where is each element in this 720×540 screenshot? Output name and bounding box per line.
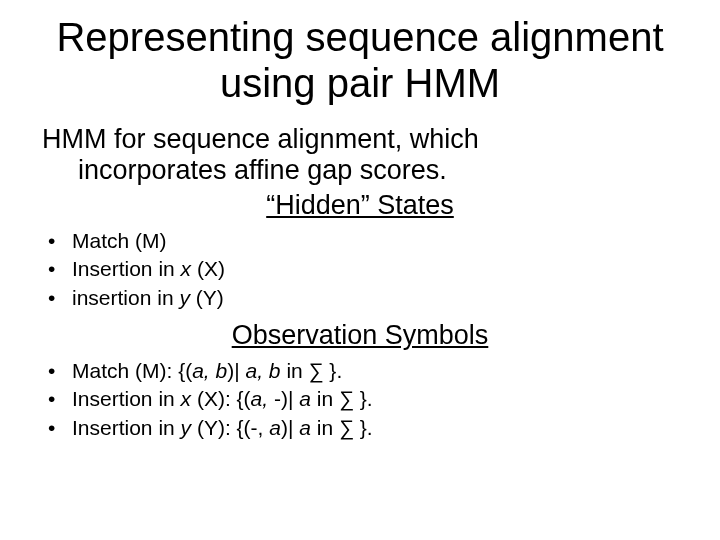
slide-title: Representing sequence alignment using pa… bbox=[36, 14, 684, 106]
text: Match (M) bbox=[72, 229, 167, 252]
intro-line-2: incorporates affine gap scores. bbox=[42, 155, 684, 186]
text-italic: y bbox=[181, 416, 192, 439]
text: (X) bbox=[191, 257, 225, 280]
list-item: insertion in y (Y) bbox=[42, 284, 684, 312]
text: in ∑ }. bbox=[281, 359, 343, 382]
intro-line-1: HMM for sequence alignment, which bbox=[42, 124, 479, 154]
text: (X): {( bbox=[191, 387, 251, 410]
text-italic: x bbox=[181, 387, 192, 410]
list-item: Match (M): {(a, b)| a, b in ∑ }. bbox=[42, 357, 684, 385]
text: (Y): {(-, bbox=[191, 416, 269, 439]
text-italic: a bbox=[269, 416, 281, 439]
text: Match (M): {( bbox=[72, 359, 192, 382]
list-item: Insertion in y (Y): {(-, a)| a in ∑ }. bbox=[42, 414, 684, 442]
text: in ∑ }. bbox=[311, 387, 373, 410]
text-italic: a, bbox=[251, 387, 269, 410]
list-item: Match (M) bbox=[42, 227, 684, 255]
hidden-states-list: Match (M) Insertion in x (X) insertion i… bbox=[36, 227, 684, 312]
text: insertion in bbox=[72, 286, 179, 309]
list-item: Insertion in x (X): {(a, -)| a in ∑ }. bbox=[42, 385, 684, 413]
text: -)| bbox=[268, 387, 299, 410]
section-observation-symbols: Observation Symbols bbox=[36, 320, 684, 351]
text-italic: a, b bbox=[192, 359, 227, 382]
text: in ∑ }. bbox=[311, 416, 373, 439]
section-hidden-states: “Hidden” States bbox=[36, 190, 684, 221]
text-italic: a bbox=[299, 387, 311, 410]
list-item: Insertion in x (X) bbox=[42, 255, 684, 283]
text-italic: a, b bbox=[246, 359, 281, 382]
text-italic: x bbox=[181, 257, 192, 280]
text: (Y) bbox=[190, 286, 224, 309]
text-italic: y bbox=[179, 286, 190, 309]
text-italic: a bbox=[299, 416, 311, 439]
intro-text: HMM for sequence alignment, which incorp… bbox=[36, 124, 684, 186]
text: Insertion in bbox=[72, 387, 181, 410]
text: )| bbox=[227, 359, 245, 382]
text: Insertion in bbox=[72, 416, 181, 439]
text: )| bbox=[281, 416, 299, 439]
text: Insertion in bbox=[72, 257, 181, 280]
observation-symbols-list: Match (M): {(a, b)| a, b in ∑ }. Inserti… bbox=[36, 357, 684, 442]
